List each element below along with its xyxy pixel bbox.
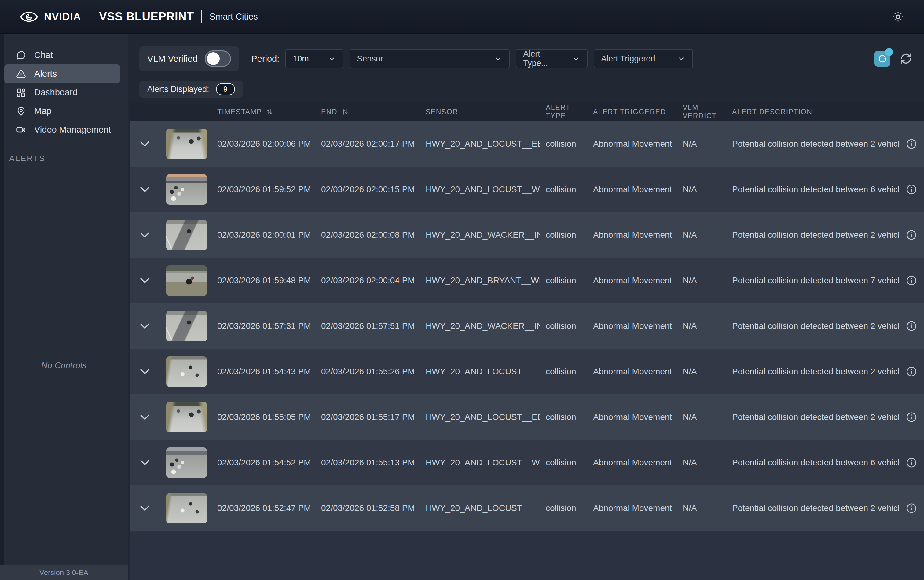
cell-alert-type: collision [540,440,587,485]
cell-vlm-verdict: N/A [677,258,726,303]
alert-thumbnail[interactable] [166,129,207,159]
expand-chevron-icon[interactable] [140,232,150,238]
expand-chevron-icon[interactable] [140,368,150,375]
cell-alert-type: collision [540,394,587,440]
expand-chevron-icon[interactable] [140,414,150,420]
column-header-alert-description: ALERT DESCRIPTION [726,103,899,121]
info-icon[interactable] [906,366,917,377]
alert-thumbnail[interactable] [166,220,207,250]
alert-triggered-placeholder: Alert Triggered... [601,54,672,64]
cell-alert-type: collision [540,258,587,303]
info-icon[interactable] [906,411,917,423]
alert-type-select[interactable]: Alert Type... [516,49,588,68]
cell-vlm-verdict: N/A [677,394,726,440]
cell-vlm-verdict: N/A [677,121,726,166]
cell-end: 02/03/2026 01:55:26 PM [315,349,420,394]
cell-sensor: HWY_20_AND_LOCUST__WBA [420,166,540,212]
period-value: 10m [293,54,323,64]
chevron-down-icon [494,54,502,63]
cell-vlm-verdict: N/A [677,440,726,485]
expand-chevron-icon[interactable] [140,277,150,284]
sidebar-item-video-management[interactable]: Video Management [4,120,120,139]
cell-alert-description: Potential collision detected between 2 v… [726,349,899,394]
cell-timestamp: 02/03/2026 01:57:31 PM [211,303,315,349]
info-icon[interactable] [906,320,917,332]
alert-type-placeholder: Alert Type... [523,49,567,68]
alert-thumbnail[interactable] [166,356,207,387]
expand-chevron-icon[interactable] [140,186,150,193]
vlm-verified-toggle[interactable] [205,50,231,67]
toggle-knob [207,52,220,65]
notification-dot [885,48,893,56]
cell-vlm-verdict: N/A [677,303,726,349]
info-icon[interactable] [906,457,917,468]
table-row[interactable]: 02/03/2026 01:57:31 PM 02/03/2026 01:57:… [130,303,924,349]
auto-refresh-button[interactable] [875,51,890,67]
table-header: TIMESTAMP END SENSOR ALERT TYPE ALERT TR… [130,103,924,121]
alert-thumbnail[interactable] [166,311,207,341]
info-icon[interactable] [906,275,917,286]
column-header-end[interactable]: END [315,103,420,121]
info-icon[interactable] [906,184,917,195]
nvidia-eye-icon [20,11,38,23]
cell-alert-triggered: Abnormal Movement [587,485,677,531]
info-icon[interactable] [906,503,917,514]
table-row[interactable]: 02/03/2026 01:55:05 PM 02/03/2026 01:55:… [130,394,924,440]
alerts-table: TIMESTAMP END SENSOR ALERT TYPE ALERT TR… [130,103,924,580]
chat-icon [16,50,26,61]
expand-chevron-icon[interactable] [140,459,150,466]
cell-end: 02/03/2026 01:57:51 PM [315,303,420,349]
alert-thumbnail[interactable] [166,493,207,524]
expand-chevron-icon[interactable] [140,140,150,147]
sidebar-item-map[interactable]: Map [4,102,120,120]
cell-timestamp: 02/03/2026 01:54:43 PM [211,349,315,394]
sidebar-item-chat[interactable]: Chat [4,46,120,64]
info-icon[interactable] [906,138,917,150]
cell-alert-description: Potential collision detected between 2 v… [726,303,899,349]
cell-timestamp: 02/03/2026 02:00:01 PM [211,212,315,258]
column-header-alert-triggered: ALERT TRIGGERED [587,103,677,121]
main-content: VLM Verified Period: 10m Sensor... Alert… [128,34,924,580]
table-row[interactable]: 02/03/2026 02:00:01 PM 02/03/2026 02:00:… [130,212,924,258]
sensor-select[interactable]: Sensor... [349,49,510,68]
alert-thumbnail[interactable] [166,402,207,432]
sensor-placeholder: Sensor... [357,54,489,64]
refresh-button[interactable] [899,52,913,66]
cell-end: 02/03/2026 02:00:08 PM [315,212,420,258]
table-row[interactable]: 02/03/2026 01:52:47 PM 02/03/2026 01:52:… [130,485,924,531]
info-icon[interactable] [906,229,917,241]
column-header-thumbnail [160,103,211,121]
expand-chevron-icon[interactable] [140,323,150,330]
sidebar-item-label: Dashboard [34,87,77,97]
column-header-timestamp[interactable]: TIMESTAMP [211,103,315,121]
table-row[interactable]: 02/03/2026 01:54:43 PM 02/03/2026 01:55:… [130,349,924,394]
alert-thumbnail[interactable] [166,174,207,205]
table-row[interactable]: 02/03/2026 02:00:06 PM 02/03/2026 02:00:… [130,121,924,166]
title-separator [89,10,91,24]
cell-vlm-verdict: N/A [677,166,726,212]
cell-alert-type: collision [540,349,587,394]
cell-timestamp: 02/03/2026 01:52:47 PM [211,485,315,531]
cell-alert-description: Potential collision detected between 2 v… [726,485,899,531]
cell-sensor: HWY_20_AND_LOCUST__WBA [420,440,540,485]
cell-timestamp: 02/03/2026 01:54:52 PM [211,440,315,485]
cell-sensor: HWY_20_AND_WACKER__INT [420,303,540,349]
expand-chevron-icon[interactable] [140,505,150,512]
cell-alert-triggered: Abnormal Movement [587,166,677,212]
nvidia-logo: NVIDIA [20,11,81,23]
sidebar-item-dashboard[interactable]: Dashboard [4,83,120,102]
table-row[interactable]: 02/03/2026 01:54:52 PM 02/03/2026 01:55:… [130,440,924,485]
alert-thumbnail[interactable] [166,265,207,296]
filter-bar: VLM Verified Period: 10m Sensor... Alert… [139,46,913,71]
table-row[interactable]: 02/03/2026 01:59:52 PM 02/03/2026 02:00:… [130,166,924,212]
alert-thumbnail[interactable] [166,447,207,478]
sidebar-item-alerts[interactable]: Alerts [4,64,120,83]
cell-alert-description: Potential collision detected between 2 v… [726,121,899,166]
theme-toggle-button[interactable] [892,10,904,23]
table-row[interactable]: 02/03/2026 01:59:48 PM 02/03/2026 02:00:… [130,258,924,303]
cell-sensor: HWY_20_AND_LOCUST__EBA [420,394,540,440]
cell-alert-triggered: Abnormal Movement [587,121,677,166]
period-select[interactable]: 10m [285,49,343,68]
alerts-count-badge: 9 [216,83,235,96]
alert-triggered-select[interactable]: Alert Triggered... [594,49,693,68]
